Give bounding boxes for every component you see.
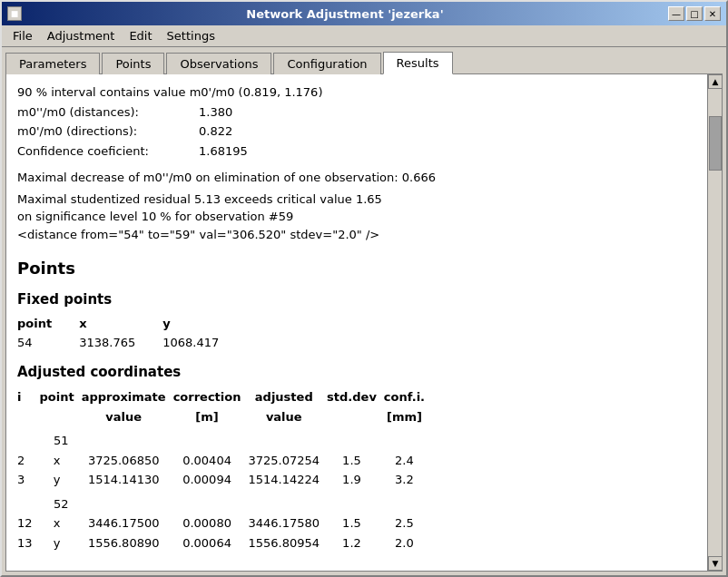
vertical-scrollbar[interactable]: ▲ ▼ xyxy=(707,74,722,571)
alert2-line1: Maximal studentized residual 5.13 exceed… xyxy=(17,191,696,209)
adj-confi-1: 2.4 xyxy=(384,451,432,471)
point-51-label: 51 xyxy=(17,426,432,451)
adj-adjusted-4: 1556.80954 xyxy=(248,533,327,553)
adj-header-row1: i point approximate correction adjusted … xyxy=(17,387,432,407)
alert1-text: Maximal decrease of m0''/m0 on eliminati… xyxy=(17,169,696,187)
scroll-down-button[interactable]: ▼ xyxy=(708,556,723,571)
fixed-row-54: 54 3138.765 1068.417 xyxy=(17,333,228,353)
tab-results[interactable]: Results xyxy=(383,52,453,74)
adj-i-3: 3 xyxy=(17,470,40,490)
points-section-heading: Points xyxy=(17,256,696,280)
adj-corr-2: 0.00094 xyxy=(173,470,249,490)
adj-col-confi: conf.i. xyxy=(384,387,432,407)
adj-header-row2: value [m] value [mm] xyxy=(17,407,432,427)
fixed-col-point: point xyxy=(17,314,61,334)
point-52-label: 52 xyxy=(17,490,432,514)
window-title: Network Adjustment 'jezerka' xyxy=(22,7,668,21)
adj-stddev-2: 1.9 xyxy=(327,470,384,490)
adj-corr-4: 0.00064 xyxy=(173,533,249,553)
fixed-col-x: x xyxy=(61,314,144,334)
directions-stat: m0'/m0 (directions): 0.822 xyxy=(17,122,696,141)
adj-col-approx: approximate xyxy=(82,387,173,407)
adj-col-i-unit xyxy=(17,407,40,427)
adj-col-point-unit xyxy=(40,407,82,427)
window-controls: — □ ✕ xyxy=(668,6,721,21)
adj-coord-y1: y xyxy=(40,470,82,490)
content-area: 90 % interval contains value m0'/m0 (0.8… xyxy=(5,73,723,572)
adj-approx-4: 1556.80890 xyxy=(82,533,173,553)
adj-approx-2: 1514.14130 xyxy=(82,470,173,490)
adj-confi-2: 3.2 xyxy=(384,470,432,490)
adj-approx-1: 3725.06850 xyxy=(82,451,173,471)
menu-file[interactable]: File xyxy=(5,27,40,44)
table-row: 12 x 3446.17500 0.00080 3446.17580 1.5 2… xyxy=(17,513,432,533)
fixed-y: 1068.417 xyxy=(144,333,228,353)
adj-coord-y2: y xyxy=(40,533,82,553)
interval-stat: 90 % interval contains value m0'/m0 (0.8… xyxy=(17,83,696,102)
adj-coord-x2: x xyxy=(40,513,82,533)
fixed-col-y: y xyxy=(144,314,228,334)
tab-observations[interactable]: Observations xyxy=(166,53,271,74)
adj-confi-4: 2.0 xyxy=(384,533,432,553)
adj-col-corr-unit: [m] xyxy=(173,407,249,427)
confidence-stat: Confidence coeficient: 1.68195 xyxy=(17,142,696,161)
alert2-block: Maximal studentized residual 5.13 exceed… xyxy=(17,191,696,244)
adj-i-2: 2 xyxy=(17,451,40,471)
scroll-thumb[interactable] xyxy=(709,116,722,171)
menu-settings[interactable]: Settings xyxy=(160,27,222,44)
tab-parameters[interactable]: Parameters xyxy=(5,53,100,74)
adj-col-adj-unit: value xyxy=(248,407,327,427)
table-row: 3 y 1514.14130 0.00094 1514.14224 1.9 3.… xyxy=(17,470,432,490)
close-button[interactable]: ✕ xyxy=(704,6,721,21)
adj-col-stddev: std.dev xyxy=(327,387,384,407)
tabs-bar: Parameters Points Observations Configura… xyxy=(2,47,726,73)
adj-corr-1: 0.00404 xyxy=(173,451,249,471)
adj-col-corr: correction xyxy=(173,387,249,407)
adj-col-adj: adjusted xyxy=(248,387,327,407)
adj-col-point: point xyxy=(40,387,82,407)
adj-approx-3: 3446.17500 xyxy=(82,513,173,533)
table-row: 2 x 3725.06850 0.00404 3725.07254 1.5 2.… xyxy=(17,451,432,471)
adj-point-52-header: 52 xyxy=(17,490,432,514)
adjusted-coords-table: i point approximate correction adjusted … xyxy=(17,387,432,553)
fixed-point-num: 54 xyxy=(17,333,61,353)
adj-adjusted-2: 1514.14224 xyxy=(248,470,327,490)
adj-i-13: 13 xyxy=(17,533,40,553)
fixed-points-table: point x y 54 3138.765 1068.417 xyxy=(17,314,228,353)
distances-stat: m0''/m0 (distances): 1.380 xyxy=(17,103,696,122)
main-window: ■ Network Adjustment 'jezerka' — □ ✕ Fil… xyxy=(0,0,728,577)
adj-adjusted-3: 3446.17580 xyxy=(248,513,327,533)
minimize-button[interactable]: — xyxy=(668,6,684,21)
adj-confi-3: 2.5 xyxy=(384,513,432,533)
alert2-line3: <distance from="54" to="59" val="306.520… xyxy=(17,226,696,244)
scroll-up-button[interactable]: ▲ xyxy=(708,74,723,89)
adj-col-approx-unit: value xyxy=(82,407,173,427)
app-icon: ■ xyxy=(7,6,22,21)
maximize-button[interactable]: □ xyxy=(686,6,703,21)
menu-adjustment[interactable]: Adjustment xyxy=(40,27,123,44)
menu-edit[interactable]: Edit xyxy=(122,27,159,44)
adj-stddev-3: 1.5 xyxy=(327,513,384,533)
adj-coord-x1: x xyxy=(40,451,82,471)
adj-stddev-4: 1.2 xyxy=(327,533,384,553)
fixed-points-heading: Fixed points xyxy=(17,289,696,310)
results-content: 90 % interval contains value m0'/m0 (0.8… xyxy=(6,74,707,571)
table-row: 13 y 1556.80890 0.00064 1556.80954 1.2 2… xyxy=(17,533,432,553)
menu-bar: File Adjustment Edit Settings xyxy=(2,25,726,47)
adj-col-confi-unit: [mm] xyxy=(384,407,432,427)
fixed-x: 3138.765 xyxy=(61,333,144,353)
adj-point-51-header: 51 xyxy=(17,426,432,451)
adj-adjusted-1: 3725.07254 xyxy=(248,451,327,471)
adj-corr-3: 0.00080 xyxy=(173,513,249,533)
adj-col-stddev-unit xyxy=(327,407,384,427)
tab-configuration[interactable]: Configuration xyxy=(273,53,380,74)
tab-points[interactable]: Points xyxy=(102,53,164,74)
adj-stddev-1: 1.5 xyxy=(327,451,384,471)
title-bar: ■ Network Adjustment 'jezerka' — □ ✕ xyxy=(2,2,726,25)
adj-col-i: i xyxy=(17,387,40,407)
alert2-line2: on significance level 10 % for observati… xyxy=(17,208,696,226)
scroll-track[interactable] xyxy=(708,89,722,556)
adjusted-coords-heading: Adjusted coordinates xyxy=(17,362,696,383)
adj-i-12: 12 xyxy=(17,513,40,533)
